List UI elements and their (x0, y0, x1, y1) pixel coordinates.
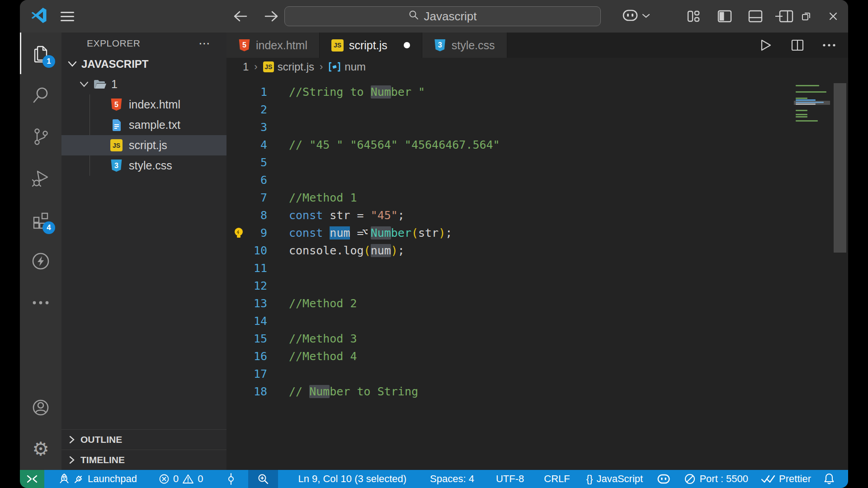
customize-layout-icon[interactable] (684, 6, 704, 27)
prettier-item[interactable]: Prettier (755, 470, 817, 488)
more-views-icon[interactable] (20, 282, 61, 324)
line-number[interactable]: 7 (226, 189, 267, 206)
eol-item[interactable]: CRLF (538, 470, 576, 488)
folder-row[interactable]: 1 (61, 74, 226, 94)
line-number[interactable]: 16 (226, 347, 267, 365)
breadcrumb-symbol[interactable]: num (328, 61, 366, 73)
encoding-item[interactable]: UTF-8 (490, 470, 530, 488)
line-number[interactable]: 11 (226, 259, 267, 277)
outline-section[interactable]: OUTLINE (61, 429, 226, 450)
problems-item[interactable]: 0 0 (152, 470, 210, 488)
line-number[interactable]: 10 (226, 242, 267, 259)
command-search-box[interactable]: Javascript (284, 6, 601, 26)
tab-script-js[interactable]: JS script.js (320, 33, 422, 58)
tab-index-html[interactable]: 5 index.html (226, 33, 320, 58)
line-content[interactable]: //Method 3 (289, 330, 357, 347)
extensions-activity-icon[interactable]: 4 (20, 199, 61, 240)
notifications-bell-icon[interactable] (817, 470, 841, 488)
close-button[interactable] (823, 6, 844, 27)
code-line[interactable]: 6 (226, 171, 848, 189)
code-line[interactable]: 1//String to Number " (226, 83, 848, 101)
language-mode-item[interactable]: {} JavaScript (580, 470, 649, 488)
restore-button[interactable] (796, 6, 816, 27)
code-line[interactable]: 18// Number to String (226, 383, 848, 400)
line-content[interactable]: console.log(num); (289, 242, 405, 259)
line-content[interactable]: //String to Number " (289, 83, 425, 101)
timeline-section[interactable]: TIMELINE (61, 450, 226, 470)
code-line[interactable]: 3 (226, 118, 848, 136)
line-number[interactable]: 3 (226, 118, 267, 136)
workspace-root[interactable]: JAVASCRIPT (61, 54, 226, 74)
line-content[interactable]: // "45 " "64564" "45646467.564" (289, 136, 500, 154)
explorer-more-actions-icon[interactable]: ⋯ (198, 37, 211, 51)
line-content[interactable]: // Number to String (289, 383, 418, 400)
line-content[interactable]: //Method 2 (289, 295, 357, 312)
line-number[interactable]: 17 (226, 365, 267, 383)
search-activity-icon[interactable] (20, 74, 61, 116)
code-line[interactable]: 11 (226, 259, 848, 277)
line-number[interactable]: 12 (226, 277, 267, 295)
line-content[interactable]: //Method 4 (289, 347, 357, 365)
line-number[interactable]: 6 (226, 171, 267, 189)
line-number[interactable]: 8 (226, 206, 267, 224)
remote-indicator[interactable] (20, 470, 44, 488)
code-line[interactable]: 8const str = "45"; (226, 206, 848, 224)
line-content[interactable]: const num = Number(str); (289, 224, 452, 242)
menu-icon[interactable] (61, 12, 74, 21)
code-line[interactable]: 10console.log(num); (226, 242, 848, 259)
tab-style-css[interactable]: 3 style.css (422, 33, 507, 58)
line-number[interactable]: 15 (226, 330, 267, 347)
line-number[interactable]: 5 (226, 154, 267, 171)
code-line[interactable]: 2 (226, 101, 848, 118)
minimize-button[interactable] (769, 6, 789, 27)
file-row-script-js[interactable]: JS script.js (61, 135, 226, 155)
live-server-port-item[interactable]: Port : 5500 (678, 470, 755, 488)
file-row-index-html[interactable]: 5 index.html (61, 94, 226, 115)
run-file-icon[interactable] (757, 36, 775, 54)
file-row-sample-txt[interactable]: sample.txt (61, 115, 226, 135)
settings-gear-icon[interactable]: ⚙ (20, 428, 61, 470)
code-line[interactable]: 9const num = Number(str); (226, 224, 848, 242)
launchpad-item[interactable]: Launchpad (52, 470, 143, 488)
line-number[interactable]: 2 (226, 101, 267, 118)
cursor-position-item[interactable]: Ln 9, Col 10 (3 selected) (292, 470, 413, 488)
run-debug-activity-icon[interactable] (20, 157, 61, 199)
code-line[interactable]: 13//Method 2 (226, 295, 848, 312)
scrollbar-thumb[interactable] (834, 83, 846, 253)
breadcrumb-folder[interactable]: 1 (243, 61, 249, 73)
highlight-pin-item[interactable] (221, 470, 241, 488)
account-icon[interactable] (20, 387, 61, 428)
toggle-primary-sidebar-icon[interactable] (714, 6, 735, 27)
code-line[interactable]: 17 (226, 365, 848, 383)
line-number[interactable]: 14 (226, 312, 267, 330)
copilot-menu[interactable] (621, 8, 650, 25)
code-line[interactable]: 12 (226, 277, 848, 295)
modified-dot-icon[interactable] (404, 42, 410, 48)
line-number[interactable]: 13 (226, 295, 267, 312)
source-control-activity-icon[interactable] (20, 116, 61, 157)
back-button[interactable] (232, 10, 248, 23)
line-content[interactable]: //Method 1 (289, 189, 357, 206)
code-line[interactable]: 5 (226, 154, 848, 171)
line-number[interactable]: 1 (226, 83, 267, 101)
editor-scrollbar[interactable] (833, 83, 847, 336)
line-number[interactable]: 18 (226, 383, 267, 400)
editor-more-actions-icon[interactable] (820, 36, 838, 54)
breadcrumb-file[interactable]: JS script.js (263, 61, 314, 73)
split-editor-icon[interactable] (788, 36, 807, 54)
explorer-activity-icon[interactable]: 1 (20, 33, 61, 74)
code-line[interactable]: 16//Method 4 (226, 347, 848, 365)
line-content[interactable]: const str = "45"; (289, 206, 405, 224)
thunder-client-activity-icon[interactable] (20, 240, 61, 282)
code-line[interactable]: 7//Method 1 (226, 189, 848, 206)
zoom-status-item[interactable] (248, 470, 278, 488)
indentation-item[interactable]: Spaces: 4 (424, 470, 481, 488)
toggle-panel-icon[interactable] (745, 6, 766, 27)
copilot-status-item[interactable] (650, 470, 678, 488)
code-editor[interactable]: 1//String to Number "234// "45 " "64564"… (226, 76, 848, 470)
code-line[interactable]: 14 (226, 312, 848, 330)
code-line[interactable]: 15//Method 3 (226, 330, 848, 347)
forward-button[interactable] (264, 10, 279, 23)
line-number[interactable]: 4 (226, 136, 267, 154)
file-row-style-css[interactable]: 3 style.css (61, 155, 226, 176)
